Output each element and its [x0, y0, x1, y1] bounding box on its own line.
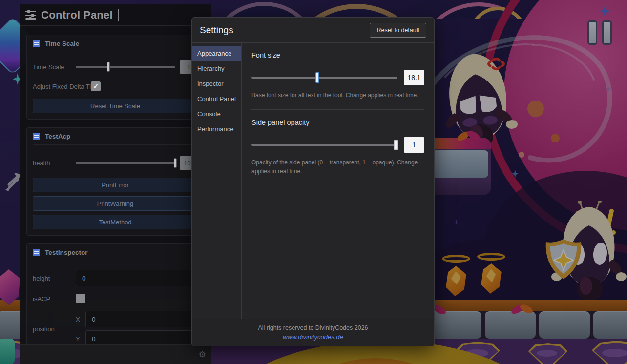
side-panel-opacity-slider[interactable] — [251, 144, 397, 146]
position-label: position — [33, 325, 71, 333]
isacp-checkbox[interactable] — [76, 294, 85, 303]
section-title: TestAcp — [45, 133, 70, 140]
font-size-description: Base font size for all text in the tool.… — [251, 91, 424, 100]
font-size-value[interactable]: 18.1 — [404, 70, 424, 85]
settings-title: Settings — [200, 25, 233, 36]
sliders-icon — [25, 11, 36, 20]
position-x-input[interactable] — [85, 311, 198, 327]
settings-footer: All rights reserved to DivinityCodes 202… — [192, 319, 434, 346]
time-scale-slider[interactable] — [76, 66, 175, 68]
settings-header: Settings Reset to default — [192, 18, 434, 43]
tab-performance[interactable]: Performance — [192, 121, 241, 137]
divider — [251, 109, 424, 110]
time-scale-label: Time Scale — [33, 63, 71, 71]
reset-time-scale-button[interactable]: Reset Time Scale — [33, 99, 198, 113]
script-icon — [33, 249, 40, 256]
copyright-text: All rights reserved to DivinityCodes 202… — [258, 324, 368, 331]
tab-hierarchy[interactable]: Hierarchy — [192, 61, 241, 76]
check-icon: ✓ — [93, 82, 99, 91]
website-link[interactable]: www.divinitycodes.de — [283, 333, 343, 341]
control-panel-footer: ⚙ — [20, 344, 211, 364]
tab-control-panel[interactable]: Control Panel — [192, 91, 241, 106]
position-y-label: Y — [76, 335, 82, 343]
side-panel-opacity-value[interactable]: 1 — [404, 137, 424, 153]
section-header: TestAcp — [33, 133, 198, 145]
font-size-slider[interactable] — [251, 77, 397, 79]
control-panel-title: Control Panel — [41, 9, 113, 21]
control-panel: Control Panel Time Scale Time Scale 1 — [20, 4, 211, 364]
isacp-label: isACP — [33, 295, 71, 303]
section-title: TestInspector — [45, 249, 88, 256]
health-slider[interactable] — [76, 162, 175, 164]
slider-handle[interactable] — [107, 62, 110, 72]
section-header: Time Scale — [33, 40, 198, 52]
adjust-fixed-delta-label: Adjust Fixed Delta Time — [33, 83, 100, 90]
slider-handle[interactable] — [174, 158, 177, 168]
position-x-label: X — [76, 316, 82, 323]
health-label: health — [33, 160, 71, 167]
side-panel-opacity-label: Side panel opacity — [251, 119, 424, 126]
settings-content: Font size 18.1 Base font size for all te… — [242, 43, 434, 319]
section-title: Time Scale — [45, 40, 79, 47]
reset-to-default-button[interactable]: Reset to default — [370, 23, 426, 38]
printerror-button[interactable]: PrintError — [33, 178, 198, 192]
gear-icon[interactable]: ⚙ — [199, 349, 206, 360]
control-panel-header: Control Panel — [20, 4, 211, 26]
side-panel-opacity-slider-handle[interactable] — [394, 140, 398, 150]
script-icon — [33, 133, 40, 140]
tab-console[interactable]: Console — [192, 106, 241, 121]
settings-tab-list: Appearance Hierarchy Inspector Control P… — [192, 43, 242, 319]
settings-modal: Settings Reset to default Appearance Hie… — [191, 17, 435, 346]
testmethod-button[interactable]: TestMethod — [33, 215, 198, 229]
height-label: height — [33, 275, 71, 282]
tab-inspector[interactable]: Inspector — [192, 76, 241, 91]
section-testacp: TestAcp health 100 PrintError PrintWarni… — [26, 127, 204, 236]
script-icon — [33, 40, 40, 47]
section-header: TestInspector — [33, 249, 198, 261]
section-time-scale: Time Scale Time Scale 1 Adjust Fixed Del… — [26, 35, 204, 120]
game-screen: Control Panel Time Scale Time Scale 1 — [0, 0, 627, 364]
printwarning-button[interactable]: PrintWarning — [33, 196, 198, 211]
height-input[interactable] — [76, 270, 198, 286]
font-size-label: Font size — [251, 51, 424, 59]
text-cursor — [118, 9, 119, 21]
side-panel-opacity-description: Opacity of the side panel (0 = transpare… — [251, 159, 424, 176]
adjust-fixed-delta-checkbox[interactable]: ✓ — [91, 81, 101, 91]
font-size-slider-handle[interactable] — [315, 72, 319, 83]
tab-appearance[interactable]: Appearance — [192, 46, 241, 61]
